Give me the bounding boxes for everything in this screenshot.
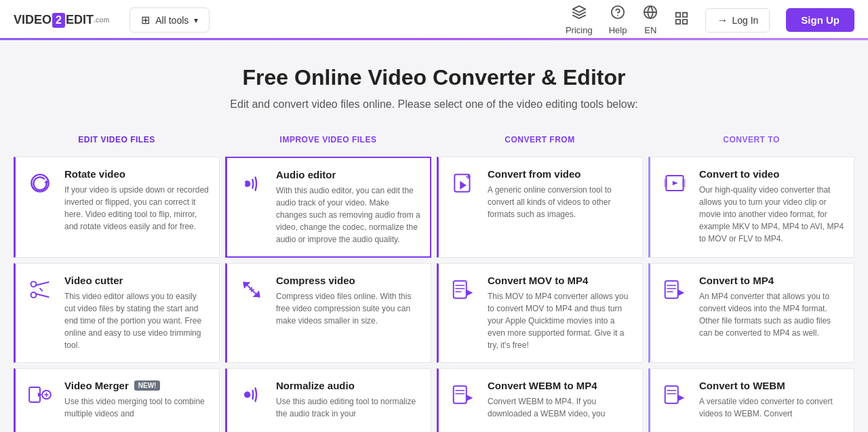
col-header-edit: EDIT VIDEO FILES (11, 127, 222, 154)
tool-card-audio-editor[interactable]: Audio editor With this audio editor, you… (225, 157, 431, 258)
convert-to-mp4-title: Convert to MP4 (699, 275, 844, 286)
normalize-audio-icon (237, 380, 267, 410)
tool-card-video-cutter[interactable]: Video cutter This video editor allows yo… (14, 263, 220, 363)
col-header-improve: IMPROVE VIDEO FILES (222, 127, 434, 154)
compress-video-title: Compress video (276, 275, 421, 286)
convert-to-mp4-text: Convert to MP4 An MP4 converter that all… (699, 275, 844, 339)
svg-point-16 (31, 292, 37, 298)
video-merger-title: Video Merger NEW! (64, 380, 210, 391)
rotate-video-desc: If your video is upside down or recorded… (64, 184, 210, 233)
video-merger-icon (25, 380, 55, 410)
help-label: Help (609, 25, 627, 35)
svg-rect-30 (665, 281, 678, 298)
convert-to-webm-desc: A versatile video converter to convert v… (699, 395, 844, 420)
audio-editor-icon (237, 169, 267, 199)
logo-video-text: VIDEO (14, 13, 52, 27)
rotate-video-icon (25, 168, 55, 198)
svg-rect-7 (676, 20, 680, 24)
tool-card-convert-from-video[interactable]: Convert from video A generic online conv… (437, 157, 643, 258)
tool-card-rotate-video[interactable]: Rotate video If your video is upside dow… (14, 157, 220, 258)
normalize-audio-text: Normalize audio Use this audio editing t… (276, 380, 421, 420)
logo[interactable]: VIDEO2EDIT.com (14, 13, 109, 28)
tool-card-normalize-audio[interactable]: Normalize audio Use this audio editing t… (225, 368, 431, 432)
login-label: Log In (732, 15, 758, 26)
hero-section: Free Online Video Converter & Editor Edi… (0, 41, 868, 127)
convert-to-video-text: Convert to video Our high-quality video … (699, 168, 844, 245)
convert-to-mp4-desc: An MP4 converter that allows you to conv… (699, 290, 844, 339)
login-icon: → (717, 14, 728, 26)
normalize-audio-title: Normalize audio (276, 380, 421, 391)
nav-history[interactable] (674, 11, 689, 29)
tool-card-convert-to-webm[interactable]: Convert to WEBM A versatile video conver… (648, 368, 854, 432)
all-tools-label: All tools (155, 15, 189, 26)
convert-webm-mp4-desc: Convert WEBM to MP4. If you downloaded a… (488, 395, 633, 420)
video-cutter-icon (25, 275, 55, 305)
new-badge: NEW! (134, 380, 161, 391)
tools-row-1: Rotate video If your video is upside dow… (11, 154, 857, 260)
video-merger-text: Video Merger NEW! Use this video merging… (64, 380, 210, 420)
convert-from-video-title: Convert from video (488, 168, 633, 180)
convert-mov-mp4-text: Convert MOV to MP4 This MOV to MP4 conve… (488, 275, 633, 351)
convert-to-webm-title: Convert to WEBM (699, 380, 844, 391)
pricing-label: Pricing (566, 25, 593, 35)
convert-mov-mp4-title: Convert MOV to MP4 (488, 275, 633, 286)
all-tools-button[interactable]: ⊞ All tools ▾ (130, 7, 210, 33)
header: VIDEO2EDIT.com ⊞ All tools ▾ Pricing Hel… (0, 0, 868, 41)
svg-line-17 (36, 282, 49, 286)
help-icon (610, 5, 625, 23)
convert-to-video-title: Convert to video (699, 168, 844, 180)
hero-title: Free Online Video Converter & Editor (14, 65, 854, 90)
convert-to-webm-icon (660, 380, 690, 410)
svg-line-19 (40, 288, 42, 290)
globe-icon (643, 5, 658, 23)
svg-point-38 (244, 391, 251, 398)
tools-row-3: Video Merger NEW! Use this video merging… (11, 366, 857, 432)
audio-editor-text: Audio editor With this audio editor, you… (276, 169, 420, 246)
login-button[interactable]: → Log In (705, 8, 770, 33)
video-cutter-text: Video cutter This video editor allows yo… (64, 275, 210, 351)
compress-video-icon (237, 275, 267, 305)
svg-line-18 (36, 294, 49, 297)
video-cutter-title: Video cutter (64, 275, 210, 286)
convert-mov-mp4-desc: This MOV to MP4 converter allows you to … (488, 290, 633, 351)
svg-rect-26 (454, 281, 467, 298)
nav-pricing[interactable]: Pricing (566, 5, 593, 35)
nav-language[interactable]: EN (643, 5, 658, 35)
convert-to-video-desc: Our high-quality video converter that al… (699, 184, 844, 245)
tool-card-convert-mov-mp4[interactable]: Convert MOV to MP4 This MOV to MP4 conve… (437, 263, 643, 363)
lang-label: EN (644, 25, 656, 35)
svg-point-15 (31, 281, 37, 287)
convert-to-webm-text: Convert to WEBM A versatile video conver… (699, 380, 844, 420)
logo-com-text: .com (94, 16, 109, 24)
col-header-convert-to: CONVERT TO (646, 127, 857, 154)
svg-rect-14 (682, 179, 686, 188)
tool-card-video-merger[interactable]: Video Merger NEW! Use this video merging… (14, 368, 220, 432)
column-headers: EDIT VIDEO FILES IMPROVE VIDEO FILES CON… (11, 127, 857, 154)
hero-subtitle: Edit and convert video files online. Ple… (14, 98, 854, 111)
tool-card-convert-to-mp4[interactable]: Convert to MP4 An MP4 converter that all… (648, 263, 854, 363)
compress-video-desc: Compress video files online. With this f… (276, 290, 421, 327)
convert-from-video-text: Convert from video A generic online conv… (488, 168, 633, 220)
svg-rect-39 (454, 386, 467, 403)
signup-button[interactable]: Sign Up (786, 8, 854, 32)
pricing-icon (572, 5, 587, 23)
logo-edit-text: EDIT (66, 13, 94, 27)
col-header-convert-from: CONVERT FROM (434, 127, 646, 154)
convert-from-video-icon (448, 168, 478, 198)
tool-card-compress-video[interactable]: Compress video Compress video files onli… (225, 263, 431, 363)
history-icon (674, 11, 689, 29)
svg-rect-42 (665, 386, 678, 403)
convert-from-video-desc: A generic online conversion tool to conv… (488, 184, 633, 220)
convert-webm-mp4-icon (448, 380, 478, 410)
tools-row-2: Video cutter This video editor allows yo… (11, 260, 857, 366)
svg-rect-4 (676, 13, 680, 17)
tool-card-convert-webm-mp4[interactable]: Convert WEBM to MP4 Convert WEBM to MP4.… (437, 368, 643, 432)
convert-to-mp4-icon (660, 275, 690, 305)
chevron-down-icon: ▾ (194, 16, 198, 25)
grid-icon: ⊞ (141, 14, 150, 26)
tool-card-convert-to-video[interactable]: Convert to video Our high-quality video … (648, 157, 854, 258)
compress-video-text: Compress video Compress video files onli… (276, 275, 421, 327)
main-content: EDIT VIDEO FILES IMPROVE VIDEO FILES CON… (0, 127, 868, 432)
video-merger-desc: Use this video merging tool to combine m… (64, 395, 210, 420)
nav-help[interactable]: Help (609, 5, 627, 35)
